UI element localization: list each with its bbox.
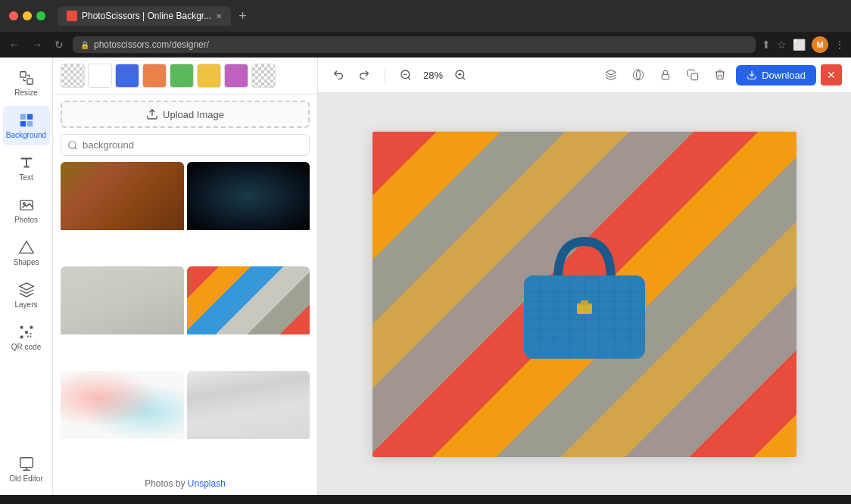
photos-by-section: Photos by Unsplash <box>53 472 317 495</box>
sidebar-item-background[interactable]: Background <box>3 106 50 145</box>
download-icon <box>747 70 757 80</box>
text-icon <box>18 154 35 171</box>
lock-button[interactable] <box>654 64 677 86</box>
maximize-traffic-light[interactable] <box>36 11 45 20</box>
close-traffic-light[interactable] <box>9 11 18 20</box>
resize-icon <box>18 70 35 86</box>
address-bar[interactable]: 🔒 photoscissors.com/designer/ <box>73 36 756 53</box>
duplicate-button[interactable] <box>681 64 704 86</box>
user-avatar[interactable]: M <box>812 36 828 53</box>
effects-icon <box>632 69 644 81</box>
toolbar-separator-1 <box>385 67 385 82</box>
tab-close-button[interactable]: ✕ <box>216 12 222 20</box>
extension-icon[interactable]: ⬜ <box>793 39 806 51</box>
reload-button[interactable]: ↻ <box>51 37 67 52</box>
svg-rect-4 <box>20 121 25 126</box>
sidebar-item-text[interactable]: Text <box>3 148 50 188</box>
download-label: Download <box>762 70 806 81</box>
svg-marker-8 <box>19 241 33 254</box>
upload-image-button[interactable]: Upload Image <box>61 101 310 128</box>
sidebar-item-photos[interactable]: Photos <box>3 191 50 230</box>
zoom-out-button[interactable] <box>394 64 417 86</box>
back-button[interactable]: ← <box>6 37 23 52</box>
unsplash-link[interactable]: Unsplash <box>188 478 226 489</box>
more-button[interactable]: ⋮ <box>834 39 845 51</box>
zoom-level: 28% <box>420 70 446 81</box>
photos-by-text: Photos by <box>145 478 185 489</box>
sidebar-item-layers[interactable]: Layers <box>3 275 50 315</box>
background-image-marble[interactable] <box>187 371 310 472</box>
lock-icon: 🔒 <box>80 41 89 49</box>
zoom-in-button[interactable] <box>449 64 472 86</box>
background-image-dark[interactable] <box>187 162 310 263</box>
svg-rect-1 <box>26 79 32 84</box>
layers-button[interactable] <box>600 64 622 86</box>
svg-rect-13 <box>30 336 31 338</box>
svg-rect-0 <box>20 72 25 77</box>
search-input[interactable] <box>83 139 303 151</box>
svg-rect-36 <box>577 303 592 314</box>
search-icon <box>67 140 78 151</box>
browser-tab[interactable]: PhotoScissors | Online Backgr... ✕ <box>58 6 231 26</box>
svg-rect-10 <box>30 326 33 329</box>
svg-rect-5 <box>26 121 32 126</box>
oldeditor-icon <box>18 456 35 472</box>
sidebar-label-layers: Layers <box>14 300 37 309</box>
upload-icon <box>146 108 158 120</box>
close-editor-button[interactable]: ✕ <box>821 64 842 86</box>
photos-icon <box>18 197 35 213</box>
background-image-watercolor[interactable] <box>61 371 184 472</box>
sidebar-item-shapes[interactable]: Shapes <box>3 233 50 272</box>
undo-icon <box>332 69 344 81</box>
background-image-wood[interactable] <box>61 162 184 263</box>
search-box <box>61 134 310 156</box>
sidebar-item-oldeditor[interactable]: Old Editor <box>3 450 50 489</box>
color-swatch-transparent[interactable] <box>61 64 85 88</box>
sidebar: Resize Background Text <box>0 58 53 495</box>
sidebar-label-photos: Photos <box>14 216 38 224</box>
sidebar-label-background: Background <box>6 131 46 139</box>
color-swatch-white[interactable] <box>88 64 112 88</box>
redo-button[interactable] <box>353 64 376 86</box>
svg-rect-12 <box>25 331 28 334</box>
color-swatch-blue[interactable] <box>115 64 139 88</box>
traffic-lights <box>9 11 45 20</box>
bookmark-icon[interactable]: ☆ <box>777 39 787 51</box>
sidebar-label-text: Text <box>19 173 33 182</box>
canvas-workspace[interactable]: ‹ <box>318 93 851 495</box>
color-swatch-green[interactable] <box>170 64 194 88</box>
effects-button[interactable] <box>627 64 650 86</box>
bag-svg <box>501 219 668 370</box>
delete-button[interactable] <box>709 64 731 86</box>
redo-icon <box>358 69 370 81</box>
download-button[interactable]: Download <box>736 65 816 86</box>
svg-rect-37 <box>581 300 588 305</box>
color-swatch-transparent2[interactable] <box>251 64 276 88</box>
delete-icon <box>714 69 726 81</box>
duplicate-icon <box>687 69 699 81</box>
background-image-gray[interactable] <box>61 266 184 368</box>
sidebar-label-oldeditor: Old Editor <box>9 474 42 483</box>
color-swatch-purple[interactable] <box>224 64 248 88</box>
svg-rect-9 <box>20 326 23 329</box>
minimize-traffic-light[interactable] <box>23 11 32 20</box>
share-icon[interactable]: ⬆ <box>762 39 771 51</box>
sidebar-label-qrcode: QR code <box>11 343 41 351</box>
lock-icon <box>659 69 672 81</box>
sidebar-item-resize[interactable]: Resize <box>3 64 50 103</box>
color-swatch-orange[interactable] <box>142 64 167 88</box>
sidebar-item-qrcode[interactable]: QR code <box>3 318 50 357</box>
new-tab-button[interactable]: + <box>234 8 251 24</box>
shapes-icon <box>18 239 35 256</box>
color-swatch-yellow[interactable] <box>197 64 221 88</box>
background-image-colorstripes[interactable] <box>187 266 310 368</box>
color-row <box>53 58 317 95</box>
product-image <box>501 219 668 370</box>
svg-rect-2 <box>20 114 25 120</box>
svg-rect-21 <box>691 73 698 80</box>
layers-tb-icon <box>605 69 617 81</box>
undo-button[interactable] <box>327 64 350 86</box>
svg-rect-11 <box>20 336 23 339</box>
svg-rect-3 <box>26 114 32 120</box>
forward-button[interactable]: → <box>29 37 45 52</box>
